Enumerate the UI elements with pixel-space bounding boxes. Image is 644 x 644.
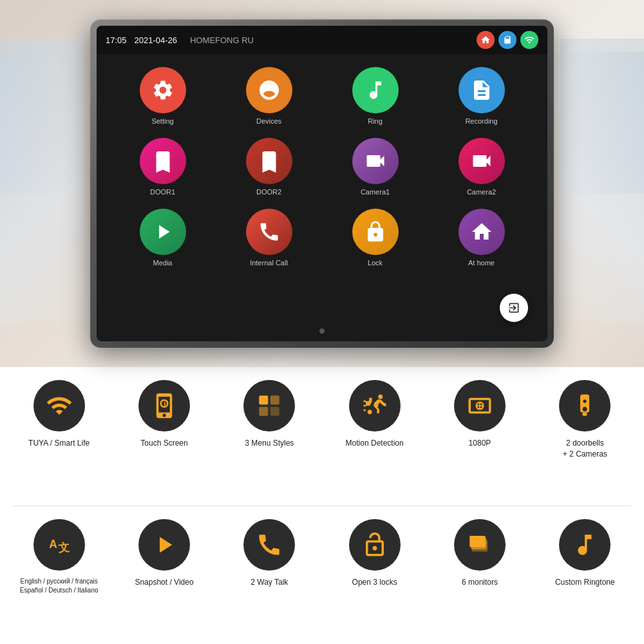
- sd-icon-btn[interactable]: [498, 31, 516, 49]
- app-camera1[interactable]: Camera1: [328, 138, 422, 196]
- feature-touch-circle: [138, 380, 190, 431]
- app-media-circle: [140, 209, 186, 255]
- feature-monitors-circle: [454, 519, 506, 571]
- app-recording[interactable]: Recording: [435, 67, 528, 125]
- app-door2[interactable]: DOOR2: [222, 138, 316, 196]
- feature-tuya-circle: [33, 380, 85, 431]
- feature-1080p-circle: [454, 380, 506, 431]
- app-lock-label: Lock: [368, 259, 383, 267]
- svg-point-6: [378, 395, 383, 399]
- feature-menu-label: 3 Menu Styles: [245, 438, 294, 449]
- feature-1080p-label: 1080P: [469, 438, 491, 449]
- right-window-bg: [560, 39, 644, 322]
- app-media-label: Media: [153, 259, 173, 267]
- feature-doorbells: 2 doorbells + 2 Cameras: [536, 380, 633, 460]
- feature-doorbells-label: 2 doorbells + 2 Cameras: [563, 438, 607, 460]
- status-bar: 17:05 2021-04-26 HOMEFONG RU: [97, 26, 547, 54]
- mic-dot: [319, 328, 325, 334]
- app-ring-label: Ring: [368, 117, 383, 125]
- app-recording-circle: [459, 67, 505, 113]
- feature-ringtone-circle: [559, 519, 611, 571]
- app-camera1-label: Camera1: [361, 188, 390, 196]
- app-camera2[interactable]: Camera2: [435, 138, 528, 196]
- app-door2-label: DOOR2: [256, 188, 281, 196]
- app-at-home[interactable]: At home: [435, 209, 528, 267]
- svg-point-10: [583, 399, 587, 402]
- app-internal-call-label: Internal Call: [250, 259, 288, 267]
- app-media[interactable]: Media: [116, 209, 209, 267]
- app-door1[interactable]: DOOR1: [116, 138, 209, 196]
- svg-rect-2: [260, 395, 269, 404]
- app-camera2-label: Camera2: [467, 188, 496, 196]
- feature-monitors: 6 monitors: [431, 519, 528, 588]
- app-devices[interactable]: Devices: [222, 67, 316, 125]
- left-window-bg: [0, 39, 84, 322]
- app-ring-circle: [352, 67, 399, 113]
- app-at-home-circle: [459, 209, 505, 255]
- app-door2-circle: [246, 138, 292, 184]
- feature-language-circle: A 文: [33, 519, 85, 571]
- feature-language-label: English / русский / français Español / D…: [20, 577, 99, 595]
- feature-snapshot-label: Snapshot / Video: [135, 577, 193, 588]
- feature-doorbells-circle: [559, 380, 611, 431]
- app-devices-label: Devices: [256, 117, 281, 125]
- device-frame: 17:05 2021-04-26 HOMEFONG RU: [90, 19, 554, 348]
- features-row-2: A 文 English / русский / français Español…: [0, 506, 644, 645]
- screen: 17:05 2021-04-26 HOMEFONG RU: [97, 26, 547, 341]
- feature-tuya-label: TUYA / Smart Life: [28, 438, 90, 449]
- feature-open-locks: Open 3 locks: [327, 519, 423, 588]
- app-recording-label: Recording: [465, 117, 497, 125]
- app-lock-circle: [352, 209, 399, 255]
- svg-rect-5: [270, 407, 279, 416]
- status-time: 17:05: [106, 35, 127, 45]
- feature-ringtone: Custom Ringtone: [536, 519, 633, 588]
- app-lock[interactable]: Lock: [328, 209, 422, 267]
- app-devices-circle: [246, 67, 292, 113]
- feature-motion-circle: [349, 380, 401, 431]
- feature-open-locks-label: Open 3 locks: [352, 577, 397, 588]
- home-icon-btn[interactable]: [477, 31, 495, 49]
- feature-two-way-talk: 2 Way Talk: [221, 519, 317, 588]
- status-date: 2021-04-26: [135, 35, 178, 45]
- feature-snapshot: Snapshot / Video: [116, 519, 213, 588]
- svg-text:A: A: [49, 538, 57, 551]
- app-camera2-circle: [459, 138, 505, 184]
- feature-menu-styles: 3 Menu Styles: [221, 380, 317, 449]
- features-section: TUYA / Smart Life Touch Screen: [0, 367, 644, 644]
- feature-motion-label: Motion Detection: [346, 438, 404, 449]
- feature-language: A 文 English / русский / français Español…: [11, 519, 108, 595]
- feature-two-way-talk-circle: [243, 519, 295, 571]
- svg-point-9: [583, 407, 587, 412]
- svg-rect-3: [270, 395, 279, 404]
- app-grid: Setting Devices Ring: [97, 54, 547, 279]
- device-container: 17:05 2021-04-26 HOMEFONG RU: [90, 19, 554, 348]
- feature-touch-screen: Touch Screen: [116, 380, 213, 449]
- svg-rect-4: [260, 407, 269, 416]
- app-setting-label: Setting: [151, 117, 173, 125]
- feature-monitors-label: 6 monitors: [462, 577, 498, 588]
- app-setting-circle: [140, 67, 186, 113]
- svg-rect-16: [469, 536, 486, 547]
- wifi-icon-btn[interactable]: [520, 31, 538, 49]
- app-internal-call[interactable]: Internal Call: [222, 209, 316, 267]
- app-door1-circle: [140, 138, 186, 184]
- feature-menu-circle: [243, 380, 295, 431]
- app-at-home-label: At home: [468, 259, 495, 267]
- app-ring[interactable]: Ring: [328, 67, 422, 125]
- feature-motion-detection: Motion Detection: [327, 380, 423, 449]
- feature-ringtone-label: Custom Ringtone: [555, 577, 615, 588]
- svg-point-0: [266, 84, 272, 90]
- app-door1-label: DOOR1: [150, 188, 175, 196]
- feature-tuya: TUYA / Smart Life: [11, 380, 108, 449]
- exit-button[interactable]: [500, 294, 528, 322]
- app-setting[interactable]: Setting: [116, 67, 209, 125]
- svg-rect-11: [583, 413, 587, 416]
- features-row-1: TUYA / Smart Life Touch Screen: [0, 367, 644, 506]
- feature-open-locks-circle: [349, 519, 401, 571]
- feature-touch-label: Touch Screen: [140, 438, 187, 449]
- app-camera1-circle: [352, 138, 399, 184]
- svg-text:文: 文: [57, 540, 70, 554]
- feature-two-way-label: 2 Way Talk: [251, 577, 288, 588]
- app-internal-call-circle: [246, 209, 292, 255]
- feature-snapshot-circle: [138, 519, 190, 571]
